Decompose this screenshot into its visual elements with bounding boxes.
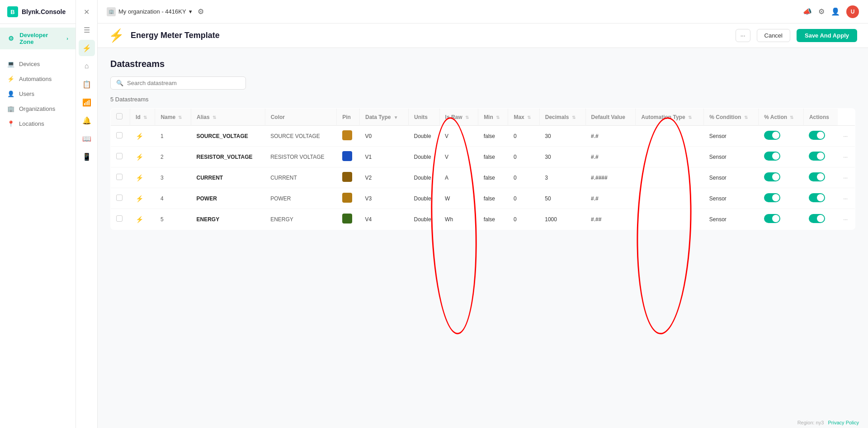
notification-icon[interactable]: 📣	[803, 7, 812, 16]
cell-action-2	[803, 167, 838, 188]
icon-btn-datastream[interactable]: ⚡	[79, 40, 95, 56]
sidebar-item-organizations[interactable]: 🏢 Organizations	[0, 101, 75, 116]
icon-btn-home[interactable]: ⌂	[79, 58, 95, 74]
th-name[interactable]: Name ⇅	[155, 109, 191, 126]
cancel-button[interactable]: Cancel	[757, 29, 790, 42]
sidebar-item-developer-zone[interactable]: ⚙ Developer Zone ›	[0, 28, 75, 49]
settings-icon[interactable]: ⚙	[198, 7, 204, 16]
icon-btn-bell[interactable]: 🔔	[79, 112, 95, 128]
icon-btn-wifi[interactable]: 📶	[79, 94, 95, 110]
th-automation-type[interactable]: Automation Type ⇅	[636, 109, 704, 126]
search-input[interactable]	[127, 80, 240, 86]
topbar-icons: 📣 ⚙ 👤 U	[803, 5, 859, 18]
row-checkbox-3[interactable]	[116, 195, 123, 201]
color-swatch-4[interactable]	[342, 214, 352, 224]
row-actions-menu-1[interactable]: ···	[843, 154, 848, 160]
th-condition[interactable]: % Condition ⇅	[704, 109, 759, 126]
privacy-policy-link[interactable]: Privacy Policy	[828, 420, 859, 425]
row-checkbox-1[interactable]	[116, 153, 123, 159]
th-units: Units	[409, 109, 440, 126]
row-checkbox-0[interactable]	[116, 132, 123, 138]
icon-btn-book[interactable]: 📖	[79, 130, 95, 147]
row-checkbox-4[interactable]	[116, 215, 123, 222]
th-max[interactable]: Max ⇅	[508, 109, 539, 126]
cell-data-type-4: Double	[409, 209, 440, 230]
content-area: Datastreams 🔍 5 Datastreams UPGRADE Id ⇅…	[98, 48, 868, 428]
condition-toggle-4[interactable]	[764, 214, 780, 223]
action-toggle-4[interactable]	[809, 214, 825, 223]
cell-color-3[interactable]	[337, 188, 360, 209]
table-row: ⚡ 5 ENERGY ENERGY V4 Double Wh false 0 1…	[111, 209, 855, 230]
user-icon[interactable]: 👤	[831, 7, 840, 16]
cell-decimals-3: #.#	[585, 188, 636, 209]
logo-text: Blynk.Console	[22, 8, 66, 15]
cell-decimals-4: #.##	[585, 209, 636, 230]
sort-icon-alias: ⇅	[212, 115, 216, 120]
color-swatch-3[interactable]	[342, 193, 352, 203]
color-swatch-0[interactable]	[342, 130, 352, 140]
icon-btn-events[interactable]: 📋	[79, 76, 95, 92]
row-actions-menu-4[interactable]: ···	[843, 216, 848, 223]
save-apply-button[interactable]: Save And Apply	[797, 29, 857, 42]
cell-checkbox-0	[111, 126, 130, 147]
datastream-table: Id ⇅ Name ⇅ Alias ⇅ Color Pin Data Type …	[110, 108, 855, 230]
condition-toggle-0[interactable]	[764, 131, 780, 140]
cell-is-raw-0: false	[478, 126, 508, 147]
cell-decimals-0: #.#	[585, 126, 636, 147]
header-checkbox[interactable]	[116, 113, 123, 119]
cell-name-1[interactable]: RESISTOR_VOLTAGE	[191, 147, 265, 167]
table-container: Id ⇅ Name ⇅ Alias ⇅ Color Pin Data Type …	[110, 108, 855, 230]
cell-data-type-1: Double	[409, 147, 440, 167]
icon-btn-mobile[interactable]: 📱	[79, 148, 95, 165]
more-button[interactable]: ···	[736, 29, 750, 42]
automations-icon: ⚡	[7, 76, 14, 82]
th-decimals[interactable]: Decimals ⇅	[539, 109, 585, 126]
cell-name-0[interactable]: SOURCE_VOLTAGE	[191, 126, 265, 147]
row-checkbox-2[interactable]	[116, 174, 123, 180]
th-min[interactable]: Min ⇅	[478, 109, 508, 126]
cell-automation-type-2: Sensor	[704, 167, 759, 188]
th-alias[interactable]: Alias ⇅	[191, 109, 265, 126]
filter-icon-data-type: ▼	[394, 115, 398, 120]
icon-btn-menu[interactable]: ☰	[79, 22, 95, 38]
cell-color-4[interactable]	[337, 209, 360, 230]
th-is-raw[interactable]: Is Raw ⇅	[439, 109, 478, 126]
sidebar-item-label-users: Users	[19, 90, 34, 97]
action-toggle-2[interactable]	[809, 172, 825, 181]
cell-name-2[interactable]: CURRENT	[191, 167, 265, 188]
action-toggle-1[interactable]	[809, 152, 825, 161]
topbar: 🏢 My organization - 4416KY ▾ ⚙ 📣 ⚙ 👤 U	[98, 0, 868, 24]
sidebar-item-devices[interactable]: 💻 Devices	[0, 57, 75, 71]
sidebar-item-automations[interactable]: ⚡ Automations	[0, 71, 75, 86]
action-toggle-0[interactable]	[809, 131, 825, 140]
search-box[interactable]: 🔍	[110, 76, 246, 90]
gear-icon[interactable]: ⚙	[818, 7, 825, 16]
action-toggle-3[interactable]	[809, 193, 825, 202]
cell-pin-4: V4	[360, 209, 409, 230]
cell-color-0[interactable]	[337, 126, 360, 147]
color-swatch-2[interactable]	[342, 172, 352, 182]
sidebar-item-locations[interactable]: 📍 Locations	[0, 116, 75, 131]
row-actions-menu-2[interactable]: ···	[843, 175, 848, 181]
icon-btn-close[interactable]: ✕	[79, 4, 95, 20]
sidebar-item-label-automations: Automations	[19, 76, 52, 82]
sidebar-item-users[interactable]: 👤 Users	[0, 86, 75, 101]
condition-toggle-2[interactable]	[764, 172, 780, 181]
th-id[interactable]: Id ⇅	[130, 109, 155, 126]
color-swatch-1[interactable]	[342, 151, 352, 161]
cell-name-4[interactable]: ENERGY	[191, 209, 265, 230]
cell-min-4: 0	[508, 209, 539, 230]
cell-name-3[interactable]: POWER	[191, 188, 265, 209]
condition-toggle-1[interactable]	[764, 152, 780, 161]
row-actions-menu-0[interactable]: ···	[843, 133, 848, 139]
cell-checkbox-1	[111, 147, 130, 167]
avatar[interactable]: U	[846, 5, 859, 18]
th-data-type[interactable]: Data Type ▼	[360, 109, 409, 126]
cell-actions-3: ···	[838, 188, 855, 209]
org-selector[interactable]: 🏢 My organization - 4416KY ▾	[107, 7, 192, 16]
cell-color-1[interactable]	[337, 147, 360, 167]
cell-color-2[interactable]	[337, 167, 360, 188]
th-action[interactable]: % Action ⇅	[759, 109, 804, 126]
row-actions-menu-3[interactable]: ···	[843, 195, 848, 202]
condition-toggle-3[interactable]	[764, 193, 780, 202]
